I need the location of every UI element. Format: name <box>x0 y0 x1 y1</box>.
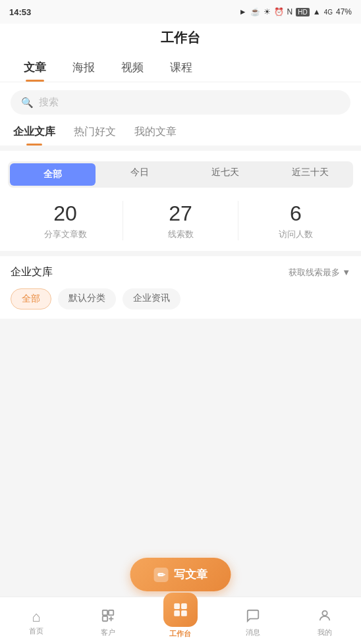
write-article-button[interactable]: ✏ 写文章 <box>130 558 231 591</box>
svg-rect-4 <box>181 603 187 609</box>
sort-label: 获取线索最多 <box>289 267 340 279</box>
nav-message-label: 消息 <box>246 628 260 637</box>
category-news[interactable]: 企业资讯 <box>123 288 180 309</box>
write-icon: ✏ <box>154 568 169 582</box>
header: 工作台 <box>0 24 361 55</box>
stats-section: 全部 今日 近七天 近三十天 20 分享文章数 27 线索数 6 访问人数 <box>0 151 361 251</box>
search-placeholder: 搜索 <box>39 96 59 109</box>
svg-rect-2 <box>103 616 107 620</box>
status-time: 14:53 <box>9 7 31 17</box>
bottom-spacer <box>0 319 361 371</box>
filter-all[interactable]: 全部 <box>10 163 96 186</box>
tab-course[interactable]: 课程 <box>157 55 206 82</box>
page-title: 工作台 <box>0 29 361 55</box>
main-tabs: 文章 海报 视频 课程 <box>0 55 361 82</box>
tab-poster[interactable]: 海报 <box>59 55 108 82</box>
filter-7days[interactable]: 近七天 <box>182 161 268 188</box>
stats-filter-row: 全部 今日 近七天 近三十天 <box>8 161 353 188</box>
pen-icon: ✏ <box>157 570 165 580</box>
svg-rect-5 <box>174 610 180 616</box>
photo-icon: ☀ <box>264 7 271 16</box>
library-title: 企业文库 <box>11 265 53 279</box>
status-icons: ► ☕ ☀ ⏰ N HD ▲ 4G 47% <box>239 7 352 16</box>
stat-articles-label: 分享文章数 <box>8 228 123 240</box>
search-container: 🔍 搜索 <box>0 82 361 122</box>
sort-chevron-icon: ▼ <box>342 267 350 277</box>
worktable-icon <box>163 593 198 627</box>
4g-icon: 4G <box>324 9 333 16</box>
svg-point-7 <box>323 610 327 615</box>
stat-visitors-number: 6 <box>238 201 353 226</box>
filter-today[interactable]: 今日 <box>97 161 183 188</box>
stat-leads-label: 线索数 <box>123 228 238 240</box>
search-icon: 🔍 <box>21 97 34 109</box>
nav-worktable[interactable]: 工作台 <box>144 593 217 639</box>
tab-article[interactable]: 文章 <box>11 55 59 82</box>
nav-customer-label: 客户 <box>101 628 115 637</box>
nav-home-label: 首页 <box>29 626 43 636</box>
location-icon: ► <box>239 7 247 16</box>
category-default[interactable]: 默认分类 <box>58 288 116 309</box>
stat-visitors-label: 访问人数 <box>238 228 353 240</box>
library-header: 企业文库 获取线索最多 ▼ <box>11 265 350 279</box>
nfc-icon: N <box>287 7 293 16</box>
subtab-hot[interactable]: 热门好文 <box>74 125 116 146</box>
category-all[interactable]: 全部 <box>11 288 51 309</box>
alarm-icon: ⏰ <box>274 7 284 16</box>
hd-icon: HD <box>296 8 309 16</box>
mine-icon <box>318 608 332 626</box>
svg-rect-0 <box>103 610 107 614</box>
stat-visitors: 6 访问人数 <box>238 201 353 240</box>
battery-icon: 47% <box>336 7 352 16</box>
sort-button[interactable]: 获取线索最多 ▼ <box>289 267 350 279</box>
nav-worktable-label: 工作台 <box>169 629 191 639</box>
status-bar: 14:53 ► ☕ ☀ ⏰ N HD ▲ 4G 47% <box>0 0 361 24</box>
tab-video[interactable]: 视频 <box>108 55 157 82</box>
divider <box>0 251 361 256</box>
sub-tabs: 企业文库 热门好文 我的文章 <box>0 122 361 146</box>
signal-icon: ▲ <box>313 7 321 16</box>
category-tags: 全部 默认分类 企业资讯 <box>11 288 350 309</box>
svg-rect-6 <box>181 610 187 616</box>
stats-numbers: 20 分享文章数 27 线索数 6 访问人数 <box>8 201 353 240</box>
stat-leads-number: 27 <box>123 201 238 226</box>
customer-icon <box>101 608 115 626</box>
nav-home[interactable]: ⌂ 首页 <box>0 606 72 636</box>
subtab-library[interactable]: 企业文库 <box>13 125 55 146</box>
bottom-nav: ⌂ 首页 客户 工作台 消 <box>0 597 361 644</box>
stat-articles: 20 分享文章数 <box>8 201 123 240</box>
svg-rect-3 <box>174 603 180 609</box>
write-label: 写文章 <box>174 567 208 582</box>
message-icon <box>246 608 260 626</box>
nav-customer[interactable]: 客户 <box>72 604 145 637</box>
wechat-icon: ☕ <box>250 7 260 16</box>
home-icon: ⌂ <box>32 610 40 624</box>
filter-30days[interactable]: 近三十天 <box>268 161 354 188</box>
library-section: 企业文库 获取线索最多 ▼ 全部 默认分类 企业资讯 <box>0 256 361 319</box>
subtab-mine[interactable]: 我的文章 <box>134 125 177 146</box>
nav-message[interactable]: 消息 <box>217 604 289 637</box>
nav-mine-label: 我的 <box>318 628 332 637</box>
stat-articles-number: 20 <box>8 201 123 226</box>
write-btn-container: ✏ 写文章 <box>130 558 231 591</box>
nav-mine[interactable]: 我的 <box>289 604 361 637</box>
svg-rect-1 <box>109 610 113 614</box>
stat-leads: 27 线索数 <box>123 201 238 240</box>
search-bar[interactable]: 🔍 搜索 <box>11 90 350 115</box>
